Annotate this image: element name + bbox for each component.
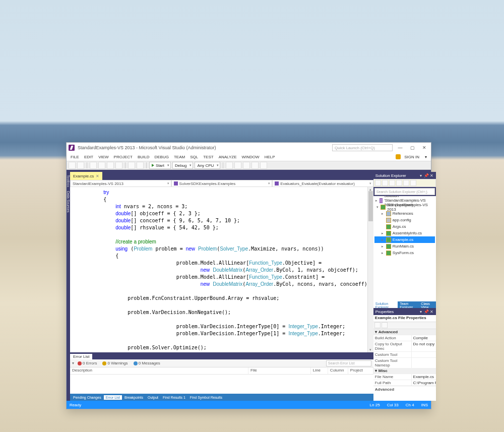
panel-close-icon[interactable]: ✕ <box>429 173 434 178</box>
prop-alpha-button[interactable] <box>382 322 388 328</box>
close-button[interactable]: ✕ <box>420 144 429 151</box>
panel-dropdown-icon[interactable]: ▾ <box>418 310 423 314</box>
open-file-button[interactable] <box>98 162 105 169</box>
tree-item[interactable]: ▸RunMain.cs <box>374 243 435 250</box>
status-ch: Ch 4 <box>406 403 414 407</box>
se-showall-button[interactable] <box>396 180 402 186</box>
new-project-button[interactable] <box>90 162 97 169</box>
pin-icon[interactable]: 📌 <box>424 310 428 314</box>
nav-class-select[interactable]: SolverSDKExamples.Examples <box>171 180 273 187</box>
statusbar: Ready Ln 25 Col 33 Ch 4 INS <box>67 401 431 409</box>
bottom-tab[interactable]: Error List <box>104 395 122 400</box>
code-editor[interactable]: try { int nvars = 2, ncons = 3; double[]… <box>70 187 373 352</box>
menu-file[interactable]: FILE <box>69 154 81 160</box>
se-properties-button[interactable] <box>403 180 409 186</box>
se-home-button[interactable] <box>375 180 381 186</box>
bottom-tab[interactable]: Breakpoints <box>122 395 145 400</box>
data-sources-tab[interactable]: Data Sources <box>67 189 70 214</box>
prop-row[interactable]: Build ActionCompile <box>373 335 436 341</box>
menu-build[interactable]: BUILD <box>136 154 152 160</box>
prop-category[interactable]: ▾ Misc <box>373 368 436 374</box>
bottom-tab[interactable]: Find Results 1 <box>161 395 187 400</box>
minimize-button[interactable]: — <box>396 144 405 151</box>
properties-header[interactable]: Properties ▾ 📌 ✕ <box>373 308 436 315</box>
solution-tree[interactable]: ▸Solution 'StandardExamples-VS 2013' (1 … <box>373 196 436 301</box>
toolbar-btn-c[interactable] <box>243 162 250 169</box>
panel-close-icon[interactable]: ✕ <box>429 310 434 314</box>
menu-debug[interactable]: DEBUG <box>153 154 171 160</box>
messages-filter[interactable]: 0 Messages <box>132 361 162 365</box>
toolbar-btn-e[interactable] <box>260 162 267 169</box>
se-refresh-button[interactable] <box>382 180 388 186</box>
nav-member-select[interactable]: Evaluators_Evaluate(Evaluator evaluator) <box>272 180 373 187</box>
menu-edit[interactable]: EDIT <box>82 154 95 160</box>
start-debug-button[interactable]: Start <box>149 162 171 169</box>
tree-item[interactable]: ▸AssemblyInfo.cs <box>374 230 435 236</box>
platform-select[interactable]: Any CPU <box>195 162 220 169</box>
prop-row[interactable]: Custom Tool <box>373 351 436 357</box>
menu-view[interactable]: VIEW <box>96 154 110 160</box>
status-ins: INS <box>421 403 428 407</box>
bottom-tab[interactable]: Output <box>146 395 160 400</box>
scroll-thumb[interactable] <box>368 191 373 221</box>
editor-scrollbar[interactable]: ▴ ▾ <box>367 187 373 352</box>
doc-tab-example[interactable]: Example.cs ✕ <box>70 172 102 180</box>
sign-in-link[interactable]: Sign in ▾ <box>396 154 429 160</box>
se-preview-button[interactable] <box>410 180 416 186</box>
menu-sql[interactable]: SQL <box>188 154 200 160</box>
prop-row[interactable]: Custom Tool Namesp <box>373 357 436 368</box>
menu-window[interactable]: WINDOW <box>240 154 262 160</box>
save-all-button[interactable] <box>115 162 122 169</box>
properties-grid[interactable]: ▾ AdvancedBuild ActionCompileCopy to Out… <box>373 329 436 386</box>
toolbar-btn-a[interactable] <box>226 162 233 169</box>
solution-explorer-search[interactable]: Search Solution Explorer (Ctrl+;) <box>374 188 435 195</box>
bottom-tab-strip: Pending ChangesError ListBreakpointsOutp… <box>70 394 373 401</box>
tree-item[interactable]: app.config <box>374 217 435 223</box>
scroll-down-icon[interactable]: ▾ <box>368 347 373 352</box>
prop-category[interactable]: ▾ Advanced <box>373 329 436 335</box>
config-select[interactable]: Debug <box>172 162 194 169</box>
tree-item[interactable]: ▸Example.cs <box>374 236 435 243</box>
warnings-filter[interactable]: 0 Warnings <box>100 361 130 365</box>
menu-analyze[interactable]: ANALYZE <box>217 154 239 160</box>
menu-help[interactable]: HELP <box>263 154 277 160</box>
error-list-title[interactable]: Error List <box>70 354 92 359</box>
undo-button[interactable] <box>128 162 135 169</box>
solution-explorer-header[interactable]: Solution Explorer ▾ 📌 ✕ <box>373 172 436 179</box>
prop-row[interactable]: Full PathC:\Program File (x86)\Fron <box>373 380 436 386</box>
tree-item[interactable]: ▸SysForm.cs <box>374 250 435 256</box>
redo-button[interactable] <box>137 162 144 169</box>
save-button[interactable] <box>107 162 114 169</box>
pin-icon[interactable]: 📌 <box>424 173 428 178</box>
right-tab[interactable]: Solution Explorer <box>373 301 398 308</box>
toolbar-btn-d[interactable] <box>251 162 259 169</box>
toolbox-tab[interactable]: Toolbox <box>67 173 70 189</box>
nav-back-button[interactable] <box>69 162 76 169</box>
maximize-button[interactable]: ▢ <box>408 144 417 151</box>
nav-project-select[interactable]: StandardExamples-VS 2013 <box>70 180 171 187</box>
quick-launch-input[interactable]: Quick Launch (Ctrl+Q) <box>332 144 393 151</box>
prop-row[interactable]: File NameExample.cs <box>373 374 436 380</box>
panel-dropdown-icon[interactable]: ▾ <box>418 173 423 178</box>
menu-team[interactable]: TEAM <box>172 154 187 160</box>
chevron-down-icon: ▾ <box>423 154 429 160</box>
right-tab[interactable]: Class View <box>419 301 436 308</box>
tree-item[interactable]: Args.cs <box>374 223 435 230</box>
errors-filter[interactable]: 0 Errors <box>76 361 99 365</box>
status-ready: Ready <box>70 403 81 407</box>
prop-row[interactable]: Copy to Output DirecDo not copy <box>373 341 436 351</box>
prop-categorize-button[interactable] <box>374 322 381 328</box>
right-tab[interactable]: Team Explorer <box>398 301 419 308</box>
nav-fwd-button[interactable] <box>77 162 84 169</box>
tree-item[interactable]: ▾StandardExamples-VS 2013 <box>374 204 435 210</box>
menu-project[interactable]: PROJECT <box>112 154 135 160</box>
se-sync-button[interactable] <box>389 180 395 186</box>
toolbar-btn-b[interactable] <box>234 162 241 169</box>
bottom-tab[interactable]: Find Symbol Results <box>188 395 224 400</box>
close-tab-icon[interactable]: ✕ <box>96 174 99 178</box>
menu-test[interactable]: TEST <box>201 154 215 160</box>
error-list-search[interactable]: Search Error List <box>326 360 371 366</box>
bottom-tab[interactable]: Pending Changes <box>71 395 103 400</box>
titlebar[interactable]: StandardExamples-VS 2013 - Microsoft Vis… <box>67 143 431 153</box>
status-col: Col 33 <box>387 403 399 407</box>
